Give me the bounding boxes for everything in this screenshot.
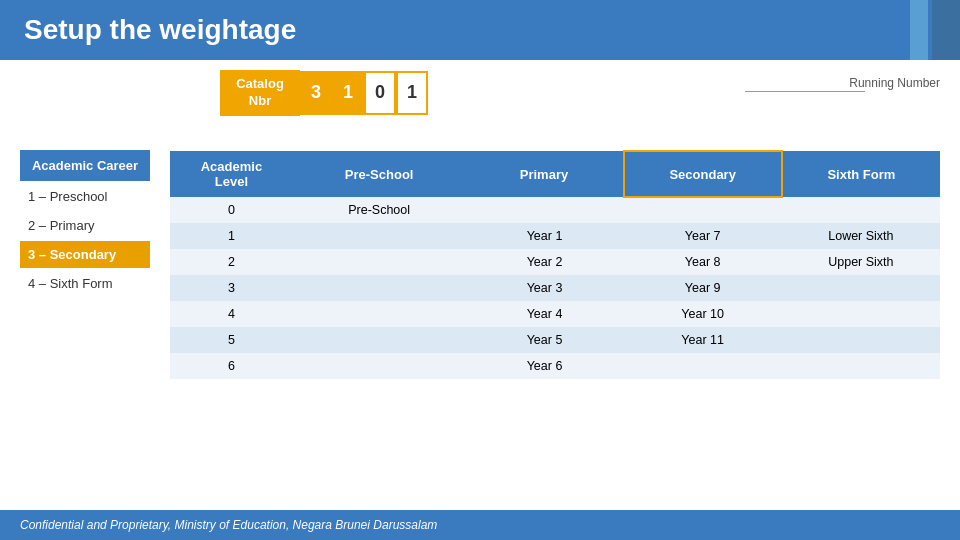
th-sixth: Sixth Form xyxy=(782,151,940,197)
top-area: CatalogNbr 3 1 0 1 Running Number xyxy=(0,60,960,140)
running-number-label: Running Number xyxy=(849,76,940,90)
catalog-row: CatalogNbr 3 1 0 1 Running Number xyxy=(0,60,960,116)
footer-text: Confidential and Proprietary, Ministry o… xyxy=(20,518,437,532)
catalog-label: CatalogNbr xyxy=(220,70,300,116)
main-content: Academic Career 1 – Preschool 2 – Primar… xyxy=(0,140,960,389)
table-row: 0Pre-School xyxy=(170,197,940,223)
dec-bar2 xyxy=(932,0,960,60)
catalog-digit-0: 3 xyxy=(300,71,332,115)
page-title: Setup the weightage xyxy=(24,14,296,45)
dec-bar1 xyxy=(910,0,928,60)
career-item-0: 1 – Preschool xyxy=(20,183,150,210)
table-row: 1Year 1Year 7Lower Sixth xyxy=(170,223,940,249)
table-row: 4Year 4Year 10 xyxy=(170,301,940,327)
th-secondary: Secondary xyxy=(624,151,782,197)
career-header: Academic Career xyxy=(20,150,150,181)
catalog-digit-2: 0 xyxy=(364,71,396,115)
table-row: 6Year 6 xyxy=(170,353,940,379)
arrow-line xyxy=(745,91,865,92)
th-level: AcademicLevel xyxy=(170,151,293,197)
career-sidebar: Academic Career 1 – Preschool 2 – Primar… xyxy=(20,150,150,379)
footer: Confidential and Proprietary, Ministry o… xyxy=(0,510,960,540)
career-item-2: 3 – Secondary xyxy=(20,241,150,268)
career-item-1: 2 – Primary xyxy=(20,212,150,239)
career-item-3: 4 – Sixth Form xyxy=(20,270,150,297)
catalog-digit-3: 1 xyxy=(396,71,428,115)
table-row: 2Year 2Year 8Upper Sixth xyxy=(170,249,940,275)
level-table: AcademicLevel Pre-School Primary Seconda… xyxy=(170,150,940,379)
table-area: AcademicLevel Pre-School Primary Seconda… xyxy=(170,150,940,379)
th-preschool: Pre-School xyxy=(293,151,466,197)
table-row: 5Year 5Year 11 xyxy=(170,327,940,353)
catalog-digit-1: 1 xyxy=(332,71,364,115)
header-decoration xyxy=(910,0,960,60)
page-header: Setup the weightage xyxy=(0,0,960,60)
table-row: 3Year 3Year 9 xyxy=(170,275,940,301)
th-primary: Primary xyxy=(465,151,623,197)
catalog-boxes: 3 1 0 1 xyxy=(300,71,428,115)
